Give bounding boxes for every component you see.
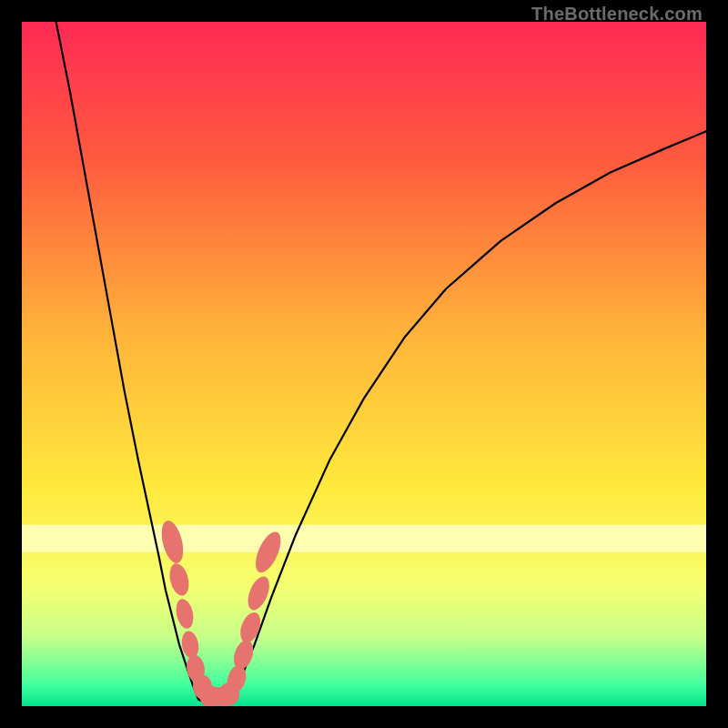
highlight-band [22,525,706,552]
chart-svg [22,22,706,706]
chart-background [22,22,706,706]
chart-frame [22,22,706,706]
